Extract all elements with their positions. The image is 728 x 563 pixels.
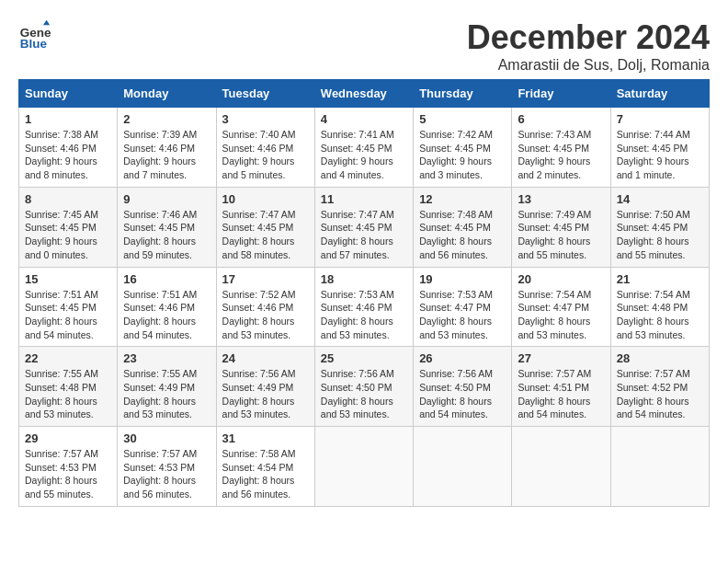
day-number: 2 [123,112,210,126]
calendar-cell: 7Sunrise: 7:44 AMSunset: 4:45 PMDaylight… [610,108,709,188]
day-number: 24 [222,351,309,365]
calendar-cell: 30Sunrise: 7:57 AMSunset: 4:53 PMDayligh… [118,427,216,507]
calendar-cell [512,427,610,507]
day-detail: Sunrise: 7:52 AMSunset: 4:46 PMDaylight:… [222,288,309,342]
day-number: 9 [123,192,210,206]
day-number: 13 [518,192,604,206]
calendar-cell: 1Sunrise: 7:38 AMSunset: 4:46 PMDaylight… [19,108,118,188]
day-detail: Sunrise: 7:38 AMSunset: 4:46 PMDaylight:… [25,128,111,182]
calendar-table: SundayMondayTuesdayWednesdayThursdayFrid… [18,79,710,507]
calendar-cell: 2Sunrise: 7:39 AMSunset: 4:46 PMDaylight… [118,108,216,188]
day-detail: Sunrise: 7:48 AMSunset: 4:45 PMDaylight:… [419,208,506,262]
calendar-cell: 28Sunrise: 7:57 AMSunset: 4:52 PMDayligh… [610,347,709,427]
day-number: 16 [123,272,210,286]
day-number: 6 [518,112,604,126]
calendar-cell: 3Sunrise: 7:40 AMSunset: 4:46 PMDaylight… [216,108,314,188]
day-detail: Sunrise: 7:47 AMSunset: 4:45 PMDaylight:… [321,208,407,262]
calendar-cell: 31Sunrise: 7:58 AMSunset: 4:54 PMDayligh… [216,427,314,507]
logo: General Blue [18,18,51,52]
day-detail: Sunrise: 7:57 AMSunset: 4:53 PMDaylight:… [25,447,111,501]
calendar-week-4: 22Sunrise: 7:55 AMSunset: 4:48 PMDayligh… [19,347,710,427]
calendar-cell: 11Sunrise: 7:47 AMSunset: 4:45 PMDayligh… [314,187,413,267]
calendar-cell: 6Sunrise: 7:43 AMSunset: 4:45 PMDaylight… [512,108,610,188]
day-number: 15 [25,272,111,286]
svg-text:Blue: Blue [20,37,48,51]
day-number: 21 [617,272,703,286]
day-number: 26 [419,351,506,365]
day-detail: Sunrise: 7:51 AMSunset: 4:46 PMDaylight:… [123,288,210,342]
calendar-week-5: 29Sunrise: 7:57 AMSunset: 4:53 PMDayligh… [19,427,710,507]
location-subtitle: Amarastii de Sus, Dolj, Romania [467,57,710,74]
calendar-cell: 23Sunrise: 7:55 AMSunset: 4:49 PMDayligh… [118,347,216,427]
day-number: 28 [617,351,703,365]
day-detail: Sunrise: 7:43 AMSunset: 4:45 PMDaylight:… [518,128,604,182]
day-header-sunday: Sunday [19,80,118,108]
day-number: 22 [25,351,111,365]
day-number: 30 [123,431,210,445]
calendar-cell: 5Sunrise: 7:42 AMSunset: 4:45 PMDaylight… [414,108,512,188]
day-detail: Sunrise: 7:45 AMSunset: 4:45 PMDaylight:… [25,208,111,262]
day-number: 7 [617,112,703,126]
calendar-body: 1Sunrise: 7:38 AMSunset: 4:46 PMDaylight… [19,108,710,507]
day-number: 12 [419,192,506,206]
calendar-header-row: SundayMondayTuesdayWednesdayThursdayFrid… [19,80,710,108]
svg-marker-2 [43,20,50,25]
day-number: 25 [321,351,407,365]
calendar-cell: 18Sunrise: 7:53 AMSunset: 4:46 PMDayligh… [314,267,413,347]
calendar-cell: 14Sunrise: 7:50 AMSunset: 4:45 PMDayligh… [610,187,709,267]
calendar-cell: 21Sunrise: 7:54 AMSunset: 4:48 PMDayligh… [610,267,709,347]
day-detail: Sunrise: 7:51 AMSunset: 4:45 PMDaylight:… [25,288,111,342]
calendar-cell: 19Sunrise: 7:53 AMSunset: 4:47 PMDayligh… [414,267,512,347]
calendar-cell: 15Sunrise: 7:51 AMSunset: 4:45 PMDayligh… [19,267,118,347]
calendar-cell: 10Sunrise: 7:47 AMSunset: 4:45 PMDayligh… [216,187,314,267]
calendar-week-2: 8Sunrise: 7:45 AMSunset: 4:45 PMDaylight… [19,187,710,267]
day-detail: Sunrise: 7:44 AMSunset: 4:45 PMDaylight:… [617,128,703,182]
calendar-cell [414,427,512,507]
calendar-cell: 27Sunrise: 7:57 AMSunset: 4:51 PMDayligh… [512,347,610,427]
day-detail: Sunrise: 7:40 AMSunset: 4:46 PMDaylight:… [222,128,309,182]
day-header-friday: Friday [512,80,610,108]
day-header-wednesday: Wednesday [314,80,413,108]
day-number: 27 [518,351,604,365]
day-number: 4 [321,112,407,126]
day-detail: Sunrise: 7:55 AMSunset: 4:48 PMDaylight:… [25,367,111,421]
day-detail: Sunrise: 7:46 AMSunset: 4:45 PMDaylight:… [123,208,210,262]
day-number: 5 [419,112,506,126]
day-header-monday: Monday [118,80,216,108]
day-detail: Sunrise: 7:50 AMSunset: 4:45 PMDaylight:… [617,208,703,262]
day-detail: Sunrise: 7:56 AMSunset: 4:50 PMDaylight:… [321,367,407,421]
calendar-cell: 17Sunrise: 7:52 AMSunset: 4:46 PMDayligh… [216,267,314,347]
day-header-saturday: Saturday [610,80,709,108]
day-number: 19 [419,272,506,286]
day-detail: Sunrise: 7:56 AMSunset: 4:49 PMDaylight:… [222,367,309,421]
day-number: 11 [321,192,407,206]
day-detail: Sunrise: 7:56 AMSunset: 4:50 PMDaylight:… [419,367,506,421]
day-detail: Sunrise: 7:55 AMSunset: 4:49 PMDaylight:… [123,367,210,421]
calendar-cell: 29Sunrise: 7:57 AMSunset: 4:53 PMDayligh… [19,427,118,507]
day-detail: Sunrise: 7:54 AMSunset: 4:47 PMDaylight:… [518,288,604,342]
day-number: 20 [518,272,604,286]
calendar-cell: 22Sunrise: 7:55 AMSunset: 4:48 PMDayligh… [19,347,118,427]
day-detail: Sunrise: 7:57 AMSunset: 4:51 PMDaylight:… [518,367,604,421]
day-detail: Sunrise: 7:53 AMSunset: 4:47 PMDaylight:… [419,288,506,342]
page-header: General Blue December 2024 Amarastii de … [18,18,710,74]
day-detail: Sunrise: 7:47 AMSunset: 4:45 PMDaylight:… [222,208,309,262]
day-number: 3 [222,112,309,126]
calendar-cell: 4Sunrise: 7:41 AMSunset: 4:45 PMDaylight… [314,108,413,188]
day-detail: Sunrise: 7:58 AMSunset: 4:54 PMDaylight:… [222,447,309,501]
day-number: 23 [123,351,210,365]
calendar-cell: 12Sunrise: 7:48 AMSunset: 4:45 PMDayligh… [414,187,512,267]
day-detail: Sunrise: 7:42 AMSunset: 4:45 PMDaylight:… [419,128,506,182]
day-number: 8 [25,192,111,206]
day-number: 31 [222,431,309,445]
day-detail: Sunrise: 7:39 AMSunset: 4:46 PMDaylight:… [123,128,210,182]
title-block: December 2024 Amarastii de Sus, Dolj, Ro… [467,18,710,74]
calendar-cell: 8Sunrise: 7:45 AMSunset: 4:45 PMDaylight… [19,187,118,267]
day-detail: Sunrise: 7:54 AMSunset: 4:48 PMDaylight:… [617,288,703,342]
day-header-thursday: Thursday [414,80,512,108]
calendar-cell: 9Sunrise: 7:46 AMSunset: 4:45 PMDaylight… [118,187,216,267]
day-number: 17 [222,272,309,286]
calendar-cell [314,427,413,507]
month-year-title: December 2024 [467,18,710,57]
day-number: 29 [25,431,111,445]
